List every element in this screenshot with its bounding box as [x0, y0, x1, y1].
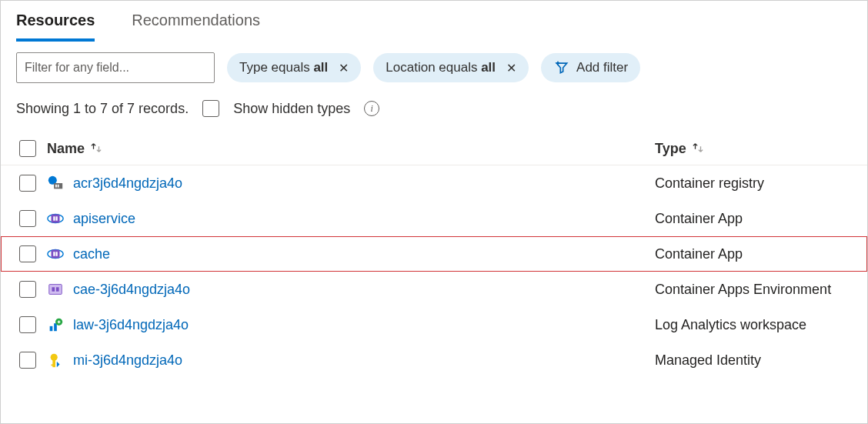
resource-icon: [47, 316, 64, 333]
filter-input[interactable]: [16, 52, 215, 83]
column-label: Name: [47, 141, 85, 157]
svg-rect-16: [54, 323, 57, 331]
table-row: cae-3j6d4ngdzja4oContainer Apps Environm…: [1, 272, 867, 307]
resource-link[interactable]: acr3j6d4ngdzja4o: [73, 175, 182, 192]
select-all-checkbox[interactable]: [19, 140, 36, 157]
resource-link[interactable]: law-3j6d4ngdzja4o: [73, 317, 189, 333]
cell-type: Log Analytics workspace: [655, 317, 806, 333]
tab-bar: Resources Recommendations: [1, 1, 867, 42]
close-icon[interactable]: ✕: [339, 61, 349, 75]
svg-rect-10: [53, 252, 55, 256]
svg-rect-9: [52, 250, 60, 259]
cell-type: Container App: [655, 246, 743, 262]
table-header: Name Type: [1, 117, 867, 165]
resources-panel: Resources Recommendations Type equals al…: [0, 0, 868, 424]
svg-point-18: [51, 354, 58, 361]
status-bar: Showing 1 to 7 of 7 records. Show hidden…: [1, 83, 867, 117]
svg-rect-20: [52, 365, 55, 366]
resource-icon: [47, 281, 64, 298]
close-icon[interactable]: ✕: [506, 61, 516, 75]
record-count: Showing 1 to 7 of 7 records.: [16, 101, 189, 117]
svg-rect-5: [52, 215, 60, 223]
cell-type: Container Apps Environment: [655, 282, 831, 298]
svg-rect-11: [55, 252, 57, 256]
info-icon[interactable]: i: [364, 101, 379, 116]
row-checkbox[interactable]: [19, 175, 36, 192]
filter-pill-type[interactable]: Type equals all ✕: [227, 53, 361, 82]
row-checkbox[interactable]: [19, 281, 36, 298]
row-checkbox[interactable]: [19, 316, 36, 333]
resource-icon: [47, 210, 64, 227]
filter-pill-label: Location equals all: [386, 60, 496, 75]
column-header-type[interactable]: Type: [655, 141, 703, 157]
resource-link[interactable]: cae-3j6d4ngdzja4o: [73, 282, 190, 298]
cell-name: apiservice: [47, 210, 655, 227]
cell-name: mi-3j6d4ngdzja4o: [47, 352, 655, 369]
column-label: Type: [655, 141, 686, 157]
row-checkbox[interactable]: [19, 352, 36, 369]
resource-icon: [47, 245, 64, 262]
table-row: mi-3j6d4ngdzja4oManaged Identity: [1, 342, 867, 378]
sort-icon: [693, 141, 703, 157]
resource-link[interactable]: apiservice: [73, 211, 135, 227]
resource-link[interactable]: cache: [73, 246, 110, 262]
sort-icon: [91, 141, 102, 157]
add-filter-icon: [553, 59, 570, 76]
table-row: apiserviceContainer App: [1, 201, 867, 236]
filter-bar: Type equals all ✕ Location equals all ✕ …: [1, 42, 867, 83]
show-hidden-checkbox[interactable]: [202, 100, 219, 117]
filter-pill-location[interactable]: Location equals all ✕: [373, 53, 529, 82]
show-hidden-label: Show hidden types: [233, 101, 350, 117]
add-filter-label: Add filter: [576, 60, 628, 75]
svg-rect-13: [52, 287, 55, 292]
column-header-name[interactable]: Name: [47, 141, 655, 157]
add-filter-button[interactable]: Add filter: [541, 53, 640, 82]
cell-type: Managed Identity: [655, 352, 761, 369]
svg-rect-6: [53, 216, 55, 221]
table-row: law-3j6d4ngdzja4oLog Analytics workspace: [1, 307, 867, 342]
cell-name: cache: [47, 245, 655, 262]
cell-name: acr3j6d4ngdzja4o: [47, 175, 655, 192]
resource-link[interactable]: mi-3j6d4ngdzja4o: [73, 352, 182, 369]
svg-rect-14: [56, 287, 59, 292]
table-row: acr3j6d4ngdzja4oContainer registry: [1, 165, 867, 201]
svg-rect-7: [55, 216, 57, 221]
resource-icon: [47, 352, 64, 369]
svg-rect-19: [52, 360, 55, 367]
table-row: cacheContainer App: [1, 236, 867, 272]
cell-name: cae-3j6d4ngdzja4o: [47, 281, 655, 298]
resource-icon: [47, 175, 64, 192]
row-checkbox[interactable]: [19, 210, 36, 227]
svg-rect-15: [50, 326, 53, 331]
filter-pill-label: Type equals all: [239, 60, 328, 75]
tab-recommendations[interactable]: Recommendations: [132, 12, 260, 42]
cell-name: law-3j6d4ngdzja4o: [47, 316, 655, 333]
row-checkbox[interactable]: [19, 245, 36, 262]
cell-type: Container registry: [655, 175, 764, 192]
cell-type: Container App: [655, 211, 743, 227]
table-body: acr3j6d4ngdzja4oContainer registryapiser…: [1, 165, 867, 378]
svg-rect-12: [49, 285, 62, 295]
svg-rect-2: [55, 185, 57, 188]
svg-rect-3: [58, 185, 59, 188]
tab-resources[interactable]: Resources: [16, 12, 95, 42]
